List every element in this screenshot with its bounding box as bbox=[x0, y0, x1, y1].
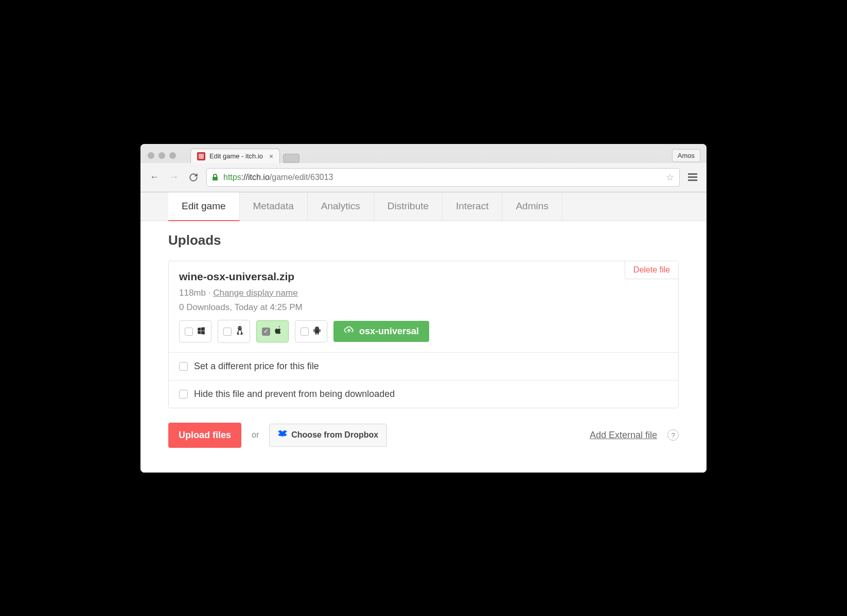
platform-linux-checkbox[interactable] bbox=[218, 320, 250, 343]
page-content: Edit game Metadata Analytics Distribute … bbox=[140, 192, 707, 473]
menu-button[interactable] bbox=[686, 171, 699, 183]
browser-tab-active[interactable]: Edit game - itch.io × bbox=[190, 149, 280, 164]
price-checkbox[interactable] bbox=[179, 362, 188, 371]
svg-point-2 bbox=[239, 327, 240, 328]
channel-badge: osx-universal bbox=[333, 321, 429, 342]
dropbox-button[interactable]: Choose from Dropbox bbox=[269, 424, 387, 447]
bookmark-star-icon[interactable]: ☆ bbox=[666, 172, 674, 183]
svg-point-3 bbox=[240, 327, 241, 328]
tab-title: Edit game - itch.io bbox=[209, 152, 263, 160]
delete-file-button[interactable]: Delete file bbox=[625, 261, 678, 279]
reload-button[interactable] bbox=[187, 172, 200, 183]
tab-admins[interactable]: Admins bbox=[502, 192, 562, 221]
platform-android-checkbox[interactable] bbox=[295, 320, 327, 342]
back-button[interactable]: ← bbox=[148, 171, 161, 184]
checkbox-icon bbox=[185, 328, 193, 336]
close-tab-icon[interactable]: × bbox=[269, 152, 273, 160]
close-window-button[interactable] bbox=[148, 152, 154, 159]
page-body: Uploads Delete file wine-osx-universal.z… bbox=[140, 221, 707, 473]
hide-checkbox[interactable] bbox=[179, 390, 188, 398]
svg-rect-7 bbox=[313, 329, 314, 332]
platform-row: osx-universal bbox=[179, 320, 668, 343]
checkbox-icon bbox=[262, 328, 270, 336]
platform-windows-checkbox[interactable] bbox=[179, 320, 211, 342]
tab-analytics[interactable]: Analytics bbox=[308, 192, 374, 221]
browser-chrome: Edit game - itch.io × Amos ← → https://i… bbox=[140, 144, 707, 192]
upload-actions: Upload files or Choose from Dropbox Add … bbox=[168, 423, 679, 448]
svg-point-1 bbox=[238, 326, 242, 331]
linux-icon bbox=[235, 325, 244, 338]
tab-distribute[interactable]: Distribute bbox=[374, 192, 443, 221]
upload-files-button[interactable]: Upload files bbox=[168, 423, 241, 448]
channel-name: osx-universal bbox=[359, 326, 419, 337]
upload-card-header: Delete file wine-osx-universal.zip 118mb… bbox=[169, 261, 678, 352]
option-label: Set a different price for this file bbox=[194, 361, 319, 372]
or-text: or bbox=[252, 430, 259, 440]
option-hide-file: Hide this file and prevent from being do… bbox=[169, 380, 678, 408]
address-bar[interactable]: https://itch.io/game/edit/63013 ☆ bbox=[206, 168, 680, 187]
svg-rect-8 bbox=[320, 329, 321, 332]
dropbox-label: Choose from Dropbox bbox=[291, 430, 378, 440]
apple-icon bbox=[274, 326, 283, 338]
svg-point-6 bbox=[317, 328, 318, 328]
tab-metadata[interactable]: Metadata bbox=[240, 192, 308, 221]
section-title-uploads: Uploads bbox=[168, 232, 679, 248]
option-different-price: Set a different price for this file bbox=[169, 352, 678, 380]
url-text: https://itch.io/game/edit/63013 bbox=[223, 173, 333, 182]
checkbox-icon bbox=[301, 328, 309, 336]
change-display-name-link[interactable]: Change display name bbox=[213, 288, 297, 298]
tab-edit-game[interactable]: Edit game bbox=[168, 192, 240, 221]
android-icon bbox=[312, 326, 322, 338]
upload-meta: 118mb · Change display name bbox=[179, 288, 668, 298]
svg-rect-0 bbox=[213, 177, 218, 180]
titlebar: Edit game - itch.io × Amos bbox=[140, 144, 707, 163]
profile-button[interactable]: Amos bbox=[672, 149, 700, 162]
upload-size: 118mb bbox=[179, 288, 206, 298]
upload-filename: wine-osx-universal.zip bbox=[179, 270, 668, 283]
checkbox-icon bbox=[223, 328, 232, 336]
dropbox-icon bbox=[278, 430, 287, 441]
add-external-file-link[interactable]: Add External file bbox=[590, 430, 657, 441]
help-button[interactable]: ? bbox=[667, 429, 679, 441]
upload-card: Delete file wine-osx-universal.zip 118mb… bbox=[168, 261, 679, 408]
windows-icon bbox=[197, 326, 206, 338]
platform-mac-checkbox[interactable] bbox=[256, 320, 289, 342]
cloud-upload-icon bbox=[344, 326, 354, 337]
favicon bbox=[197, 152, 205, 160]
minimize-window-button[interactable] bbox=[158, 152, 165, 159]
svg-point-4 bbox=[238, 330, 241, 334]
maximize-window-button[interactable] bbox=[169, 152, 176, 159]
browser-window: Edit game - itch.io × Amos ← → https://i… bbox=[140, 144, 707, 473]
new-tab-button[interactable] bbox=[283, 154, 299, 163]
forward-button[interactable]: → bbox=[167, 171, 181, 184]
tab-interact[interactable]: Interact bbox=[443, 192, 502, 221]
svg-point-5 bbox=[315, 328, 316, 328]
upload-stats: 0 Downloads, Today at 4:25 PM bbox=[179, 302, 668, 313]
browser-toolbar: ← → https://itch.io/game/edit/63013 ☆ bbox=[140, 163, 707, 192]
browser-tabs: Edit game - itch.io × bbox=[190, 148, 668, 163]
option-label: Hide this file and prevent from being do… bbox=[194, 389, 395, 400]
lock-icon bbox=[212, 174, 218, 181]
page-tabs: Edit game Metadata Analytics Distribute … bbox=[140, 192, 707, 221]
traffic-lights bbox=[147, 150, 179, 161]
